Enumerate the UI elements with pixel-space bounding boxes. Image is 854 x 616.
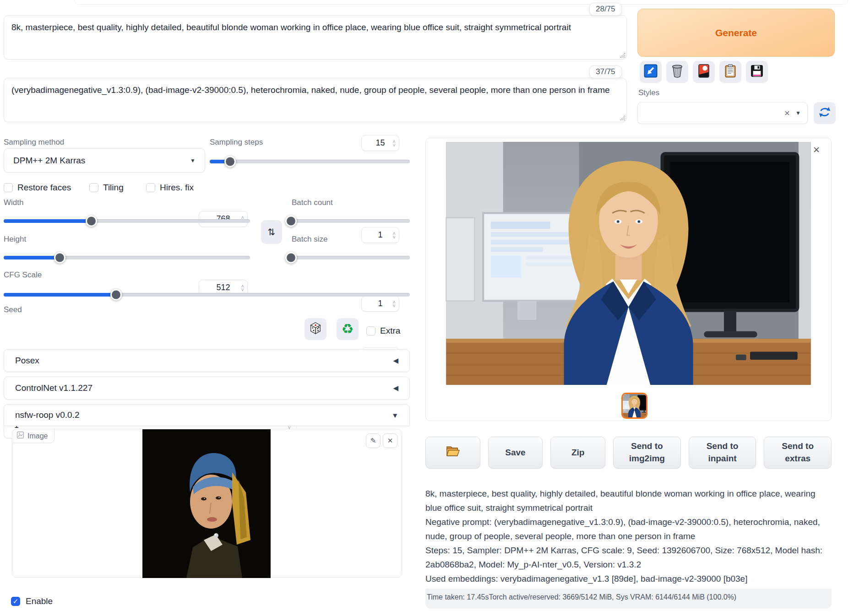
- height-value: 512: [216, 283, 230, 292]
- random-seed-button[interactable]: [305, 318, 326, 340]
- gallery-thumbnail-selected[interactable]: [621, 393, 647, 419]
- styles-dropdown[interactable]: × ▼: [637, 102, 808, 124]
- picture-frame-icon: [17, 432, 24, 440]
- clear-prompt-button[interactable]: [666, 61, 688, 83]
- negative-prompt-box: (verybadimagenegative_v1.3:0.9), (bad-im…: [4, 78, 627, 122]
- styles-label: Styles: [638, 88, 659, 97]
- negative-prompt-input[interactable]: (verybadimagenegative_v1.3:0.9), (bad-im…: [4, 78, 627, 122]
- top-toolbar-edge: [74, 0, 848, 5]
- roop-enable-option[interactable]: ✓ Enable: [11, 596, 53, 606]
- accordion-title: ControlNet v1.1.227: [15, 383, 92, 393]
- sampling-method-value: DPM++ 2M Karras: [13, 156, 85, 166]
- clear-styles-icon[interactable]: ×: [784, 108, 790, 119]
- swap-icon: ⇅: [268, 227, 276, 238]
- open-folder-icon: [446, 445, 460, 460]
- save-button[interactable]: Save: [488, 437, 543, 469]
- send-to-extras-button[interactable]: Send to extras: [764, 437, 832, 469]
- slider-handle[interactable]: [285, 252, 297, 264]
- hires-fix-checkbox[interactable]: [146, 183, 155, 192]
- stepper-arrows[interactable]: ˄˅: [393, 300, 396, 308]
- reuse-seed-button[interactable]: ♻: [337, 318, 359, 340]
- extra-checkbox[interactable]: [366, 326, 375, 335]
- negative-token-counter: 37/75: [589, 65, 622, 78]
- batch-count-slider[interactable]: [291, 219, 410, 223]
- apply-styles-button[interactable]: [719, 61, 741, 83]
- restore-faces-option[interactable]: Restore faces: [4, 183, 71, 193]
- trash-icon: [671, 64, 684, 80]
- sampling-steps-slider[interactable]: [210, 160, 410, 163]
- hires-fix-option[interactable]: Hires. fix: [146, 183, 194, 193]
- sampling-steps-number[interactable]: 15 ˄˅: [361, 135, 399, 151]
- tiling-checkbox[interactable]: [89, 183, 98, 192]
- remove-image-button[interactable]: ✕: [383, 433, 397, 448]
- accordion-roop[interactable]: nsfw-roop v0.0.2 ▼: [4, 404, 410, 426]
- generated-image[interactable]: [446, 142, 811, 385]
- height-label: Height: [4, 235, 26, 244]
- sampling-steps-label: Sampling steps: [210, 138, 263, 147]
- restore-faces-checkbox[interactable]: [4, 183, 13, 192]
- accordion-posex[interactable]: Posex ◀: [4, 349, 410, 372]
- prompt-input[interactable]: 8k, masterpiece, best quality, highly de…: [4, 15, 627, 59]
- clipboard-icon: [724, 64, 736, 80]
- slider-handle[interactable]: [285, 216, 297, 227]
- batch-size-value: 1: [378, 299, 382, 308]
- tiling-label: Tiling: [103, 183, 124, 193]
- chevron-left-icon: ◀: [393, 384, 398, 392]
- hires-fix-label: Hires. fix: [160, 183, 194, 193]
- close-preview-icon[interactable]: ✕: [813, 145, 820, 155]
- roop-image-dropzone[interactable]: Image ✎ ✕: [12, 429, 402, 578]
- edit-image-button[interactable]: ✎: [366, 433, 381, 448]
- gallery-buttons-row: Save Zip Send to img2img Send to inpaint…: [425, 437, 832, 469]
- batch-count-value: 1: [378, 230, 382, 240]
- stepper-arrows[interactable]: ˄˅: [393, 140, 396, 147]
- stepper-arrows[interactable]: ˄˅: [241, 284, 244, 292]
- accordion-controlnet[interactable]: ControlNet v1.1.227 ◀: [4, 377, 410, 400]
- extra-networks-button[interactable]: [693, 61, 715, 83]
- extra-seed-option[interactable]: Extra: [366, 326, 400, 336]
- slider-handle[interactable]: [86, 216, 97, 227]
- slider-fill: [4, 256, 60, 259]
- generation-info: 8k, masterpiece, best quality, highly de…: [425, 486, 830, 586]
- check-icon: ✓: [13, 597, 19, 605]
- chevron-down-icon: ▼: [392, 411, 398, 419]
- batch-size-number[interactable]: 1 ˄˅: [361, 296, 399, 312]
- paste-generation-params-button[interactable]: [640, 61, 662, 83]
- cfg-scale-label: CFG Scale: [4, 270, 42, 280]
- sampling-method-dropdown[interactable]: DPM++ 2M Karras ▼: [4, 148, 205, 173]
- accordion-title: Posex: [15, 356, 39, 366]
- slider-handle[interactable]: [224, 156, 236, 168]
- refresh-styles-button[interactable]: [814, 102, 836, 124]
- tiling-option[interactable]: Tiling: [89, 183, 124, 193]
- info-embeddings-line: Used embeddings: verybadimagenegative_v1…: [425, 572, 830, 586]
- send-to-inpaint-button[interactable]: Send to inpaint: [689, 437, 756, 469]
- save-style-button[interactable]: [746, 61, 768, 83]
- slider-handle[interactable]: [110, 289, 122, 301]
- arrow-down-left-icon: [644, 64, 658, 80]
- image-chip-label: Image: [27, 432, 48, 440]
- stepper-arrows[interactable]: ˄˅: [393, 232, 396, 239]
- pencil-icon: ✎: [370, 437, 376, 445]
- enable-checkbox[interactable]: ✓: [11, 597, 20, 606]
- roop-reference-image[interactable]: [142, 429, 271, 578]
- flower-card-icon: [698, 64, 709, 80]
- width-slider[interactable]: [4, 219, 250, 223]
- styles-input[interactable]: [644, 108, 784, 119]
- batch-size-label: Batch size: [292, 235, 327, 244]
- cfg-scale-slider[interactable]: [4, 293, 410, 297]
- prompt-token-counter: 28/75: [589, 3, 622, 16]
- height-slider[interactable]: [4, 256, 250, 259]
- slider-fill: [210, 160, 230, 163]
- batch-count-label: Batch count: [292, 198, 333, 207]
- batch-count-number[interactable]: 1 ˄˅: [361, 227, 399, 243]
- batch-size-slider[interactable]: [291, 256, 410, 259]
- slider-handle[interactable]: [54, 252, 65, 264]
- restore-faces-label: Restore faces: [17, 183, 71, 193]
- send-to-img2img-button[interactable]: Send to img2img: [613, 437, 681, 469]
- sampling-steps-value: 15: [375, 138, 385, 148]
- generate-button[interactable]: Generate: [637, 9, 835, 57]
- swap-dimensions-button[interactable]: ⇅: [261, 220, 282, 244]
- open-folder-button[interactable]: [425, 437, 480, 469]
- zip-button[interactable]: Zip: [550, 437, 605, 469]
- chevron-down-icon[interactable]: ▼: [795, 110, 801, 116]
- sampling-method-label: Sampling method: [4, 138, 64, 147]
